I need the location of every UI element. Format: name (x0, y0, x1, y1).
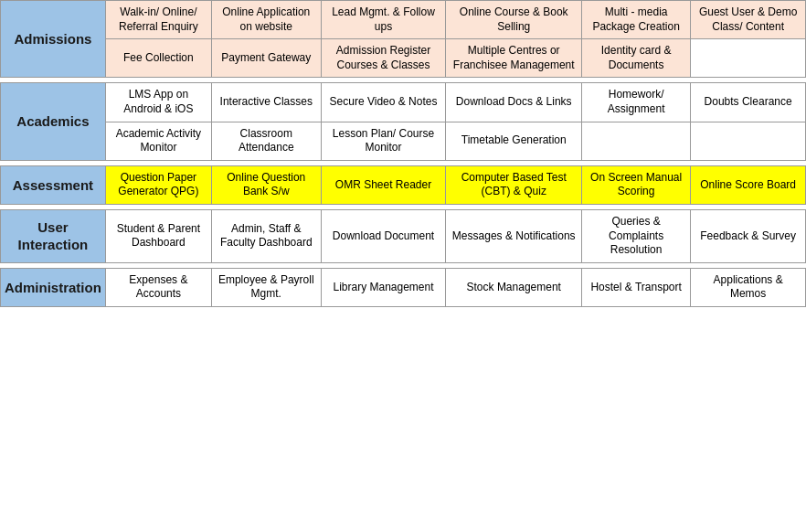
cell-administration-r0-c1: Employee & Payroll Mgmt. (211, 268, 321, 306)
table-row: AdministrationExpenses & AccountsEmploye… (1, 268, 806, 306)
cell-user-interaction-r0-c3: Messages & Notifications (446, 209, 582, 262)
cell-administration-r0-c0: Expenses & Accounts (105, 268, 211, 306)
table-row: AssessmentQuestion Paper Generator QPG)O… (1, 165, 806, 204)
table-row: AcademicsLMS App on Android & iOSInterac… (1, 83, 806, 122)
cell-admissions-r1-c0: Fee Collection (105, 39, 211, 78)
cell-academics-r1-c5 (691, 122, 806, 160)
cell-academics-r1-c3: Timetable Generation (446, 122, 582, 160)
cell-admissions-r1-c3: Multiple Centres or Franchisee Managemen… (446, 39, 582, 78)
cell-academics-r0-c5: Doubts Clearance (691, 83, 806, 122)
cell-assessment-r0-c0: Question Paper Generator QPG) (105, 165, 211, 204)
cell-assessment-r0-c5: Online Score Board (691, 165, 806, 204)
cell-assessment-r0-c2: OMR Sheet Reader (321, 165, 446, 204)
cell-academics-r1-c4 (582, 122, 691, 160)
cell-academics-r0-c2: Secure Video & Notes (321, 83, 446, 122)
cell-academics-r0-c1: Interactive Classes (211, 83, 321, 122)
cell-academics-r1-c0: Academic Activity Monitor (105, 122, 211, 160)
cell-user-interaction-r0-c2: Download Document (321, 209, 446, 262)
cell-admissions-r0-c5: Guest User & Demo Class/ Content (691, 1, 806, 39)
section-label-academics: Academics (1, 83, 106, 160)
cell-admissions-r0-c1: Online Application on website (211, 1, 321, 39)
cell-admissions-r1-c4: Identity card & Documents (582, 39, 691, 78)
cell-user-interaction-r0-c1: Admin, Staff & Faculty Dashboard (211, 209, 321, 262)
cell-user-interaction-r0-c0: Student & Parent Dashboard (105, 209, 211, 262)
table-row: AdmissionsWalk-in/ Online/ Referral Enqu… (1, 1, 806, 39)
cell-academics-r0-c0: LMS App on Android & iOS (105, 83, 211, 122)
cell-administration-r0-c4: Hostel & Transport (582, 268, 691, 306)
cell-academics-r0-c4: Homework/ Assignment (582, 83, 691, 122)
cell-administration-r0-c2: Library Management (321, 268, 446, 306)
cell-admissions-r1-c2: Admission Register Courses & Classes (321, 39, 446, 78)
cell-administration-r0-c3: Stock Management (446, 268, 582, 306)
section-label-assessment: Assessment (1, 165, 106, 204)
table-row: Fee CollectionPayment GatewayAdmission R… (1, 39, 806, 78)
cell-admissions-r0-c0: Walk-in/ Online/ Referral Enquiry (105, 1, 211, 39)
cell-admissions-r1-c1: Payment Gateway (211, 39, 321, 78)
cell-academics-r0-c3: Download Docs & Links (446, 83, 582, 122)
cell-admissions-r0-c4: Multi - media Package Creation (582, 1, 691, 39)
cell-administration-r0-c5: Applications & Memos (691, 268, 806, 306)
cell-assessment-r0-c4: On Screen Manual Scoring (582, 165, 691, 204)
cell-assessment-r0-c3: Computer Based Test (CBT) & Quiz (446, 165, 582, 204)
cell-academics-r1-c1: Classroom Attendance (211, 122, 321, 160)
section-label-admissions: Admissions (1, 1, 106, 78)
cell-admissions-r1-c5 (691, 39, 806, 78)
cell-assessment-r0-c1: Online Question Bank S/w (211, 165, 321, 204)
cell-admissions-r0-c2: Lead Mgmt. & Follow ups (321, 1, 446, 39)
section-label-administration: Administration (1, 268, 106, 306)
cell-academics-r1-c2: Lesson Plan/ Course Monitor (321, 122, 446, 160)
main-table: AdmissionsWalk-in/ Online/ Referral Enqu… (0, 0, 806, 307)
section-label-user-interaction: User Interaction (1, 209, 106, 262)
table-row: Academic Activity MonitorClassroom Atten… (1, 122, 806, 160)
cell-user-interaction-r0-c4: Queries & Complaints Resolution (582, 209, 691, 262)
cell-user-interaction-r0-c5: Feedback & Survey (691, 209, 806, 262)
table-row: User InteractionStudent & Parent Dashboa… (1, 209, 806, 262)
cell-admissions-r0-c3: Online Course & Book Selling (446, 1, 582, 39)
